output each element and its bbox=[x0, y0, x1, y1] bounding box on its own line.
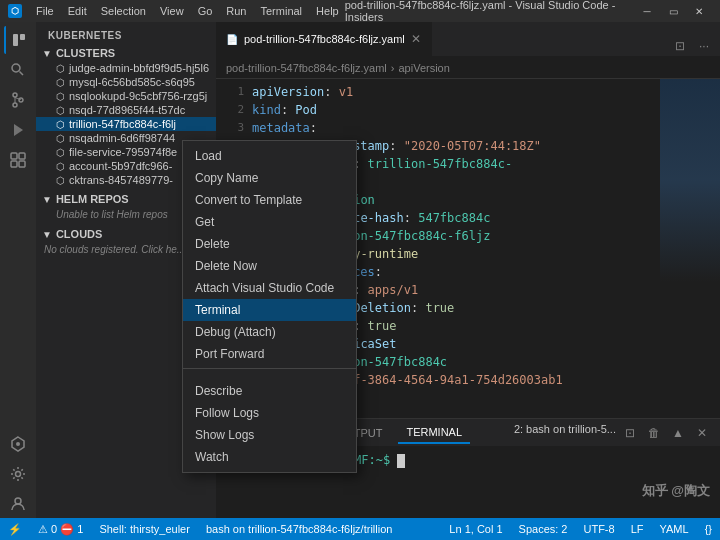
ctx-debug-attach[interactable]: Debug (Attach) bbox=[183, 321, 356, 343]
terminal-label: TERMINAL bbox=[406, 426, 462, 438]
clusters-chevron: ▼ bbox=[42, 48, 52, 59]
status-errors-label: ⚠ 0 ⛔ 1 bbox=[38, 523, 83, 536]
menu-view[interactable]: View bbox=[154, 3, 190, 19]
more-actions-button[interactable]: ··· bbox=[694, 36, 714, 56]
pod-icon-1: ⬡ bbox=[56, 77, 65, 88]
svg-point-4 bbox=[13, 93, 17, 97]
cluster-item-label-3: nsqd-77d8965f44-t57dc bbox=[69, 104, 185, 116]
ctx-describe[interactable] bbox=[183, 372, 356, 380]
cluster-item-2[interactable]: ⬡ nsqlookupd-9c5cbf756-rzg5j bbox=[36, 89, 216, 103]
terminal-kill-button[interactable]: 🗑 bbox=[644, 423, 664, 443]
menu-edit[interactable]: Edit bbox=[62, 3, 93, 19]
ctx-attach-vscode[interactable]: Attach Visual Studio Code bbox=[183, 277, 356, 299]
breadcrumb-file[interactable]: pod-trillion-547fbc884c-f6ljz.yaml bbox=[226, 62, 387, 74]
status-language[interactable]: YAML bbox=[652, 518, 697, 540]
tab-bar: 📄 pod-trillion-547fbc884c-f6ljz.yaml ✕ ⊡… bbox=[216, 22, 720, 57]
menu-help[interactable]: Help bbox=[310, 3, 345, 19]
status-encoding[interactable]: UTF-8 bbox=[575, 518, 622, 540]
svg-line-3 bbox=[20, 72, 24, 76]
panel-close-button[interactable]: ✕ bbox=[692, 423, 712, 443]
svg-point-14 bbox=[16, 472, 21, 477]
breadcrumb-separator: › bbox=[391, 62, 395, 74]
cluster-item-label-1: mysql-6c56bd585c-s6q95 bbox=[69, 76, 195, 88]
editor-tab-active[interactable]: 📄 pod-trillion-547fbc884c-f6ljz.yaml ✕ bbox=[216, 22, 432, 56]
cluster-item-4[interactable]: ⬡ trillion-547fbc884c-f6lj bbox=[36, 117, 216, 131]
minimize-button[interactable]: ─ bbox=[634, 0, 660, 22]
search-icon[interactable] bbox=[4, 56, 32, 84]
ctx-attach-vscode-label: Attach Visual Studio Code bbox=[195, 281, 334, 295]
cluster-item-label-2: nsqlookupd-9c5cbf756-rzg5j bbox=[69, 90, 207, 102]
ctx-watch[interactable]: Show Logs bbox=[183, 424, 356, 446]
ctx-delete[interactable]: Delete bbox=[183, 233, 356, 255]
status-eol[interactable]: LF bbox=[623, 518, 652, 540]
panel-maximize-button[interactable]: ▲ bbox=[668, 423, 688, 443]
vscode-icon: ⬡ bbox=[8, 4, 22, 18]
ctx-load[interactable]: Load bbox=[183, 145, 356, 167]
pod-icon-4: ⬡ bbox=[56, 119, 65, 130]
settings-icon[interactable] bbox=[4, 460, 32, 488]
svg-rect-1 bbox=[20, 34, 25, 40]
panel-actions: 2: bash on trillion-5... ⊡ 🗑 ▲ ✕ bbox=[514, 423, 712, 443]
status-position[interactable]: Ln 1, Col 1 bbox=[441, 518, 510, 540]
minimap-visualization bbox=[660, 79, 720, 418]
panel-tab-terminal[interactable]: TERMINAL bbox=[398, 422, 470, 444]
ctx-delete-label: Delete bbox=[195, 237, 230, 251]
ctx-delete-now-label: Delete Now bbox=[195, 259, 257, 273]
status-bar: ⚡ ⚠ 0 ⛔ 1 Shell: thirsty_euler bash on t… bbox=[0, 518, 720, 540]
ctx-follow-logs-label: Describe bbox=[195, 384, 242, 398]
ctx-follow-logs[interactable]: Describe bbox=[183, 380, 356, 402]
ctx-port-forward[interactable]: Port Forward bbox=[183, 343, 356, 365]
menu-terminal[interactable]: Terminal bbox=[255, 3, 309, 19]
menu-run[interactable]: Run bbox=[220, 3, 252, 19]
ctx-get[interactable]: Get bbox=[183, 211, 356, 233]
cluster-item-0[interactable]: ⬡ judge-admin-bbfd9f9d5-hj5l6 bbox=[36, 61, 216, 75]
status-remote[interactable]: ⚡ bbox=[0, 518, 30, 540]
status-language-label: YAML bbox=[660, 523, 689, 535]
window-title: pod-trillion-547fbc884c-f6ljz.yaml - Vis… bbox=[345, 0, 634, 23]
minimap[interactable] bbox=[660, 79, 720, 418]
remote-icon: ⚡ bbox=[8, 523, 22, 536]
breadcrumb-path[interactable]: apiVersion bbox=[398, 62, 449, 74]
split-editor-button[interactable]: ⊡ bbox=[670, 36, 690, 56]
source-control-icon[interactable] bbox=[4, 86, 32, 114]
title-bar: ⬡ File Edit Selection View Go Run Termin… bbox=[0, 0, 720, 22]
ctx-copy-name[interactable]: Copy Name bbox=[183, 167, 356, 189]
maximize-button[interactable]: ▭ bbox=[660, 0, 686, 22]
tab-actions: ⊡ ··· bbox=[670, 36, 720, 56]
status-bash-label: bash on trillion-547fbc884c-f6ljz/trilli… bbox=[206, 523, 392, 535]
activity-bar bbox=[0, 22, 36, 518]
ctx-convert-template[interactable]: Convert to Template bbox=[183, 189, 356, 211]
status-indent[interactable]: Spaces: 2 bbox=[511, 518, 576, 540]
cluster-item-3[interactable]: ⬡ nsqd-77d8965f44-t57dc bbox=[36, 103, 216, 117]
cluster-item-label-6: file-service-795974f8e bbox=[69, 146, 177, 158]
ctx-terminal[interactable]: Terminal bbox=[183, 299, 356, 321]
tab-close-button[interactable]: ✕ bbox=[411, 32, 421, 46]
helm-chevron: ▼ bbox=[42, 194, 52, 205]
ctx-port-forward-label: Port Forward bbox=[195, 347, 264, 361]
menu-go[interactable]: Go bbox=[192, 3, 219, 19]
ctx-show-logs-label: Follow Logs bbox=[195, 406, 259, 420]
status-encoding-label: UTF-8 bbox=[583, 523, 614, 535]
ctx-stop-watching[interactable]: Watch bbox=[183, 446, 356, 468]
ctx-delete-now[interactable]: Delete Now bbox=[183, 255, 356, 277]
account-icon[interactable] bbox=[4, 490, 32, 518]
run-debug-icon[interactable] bbox=[4, 116, 32, 144]
close-button[interactable]: ✕ bbox=[686, 0, 712, 22]
status-shell[interactable]: Shell: thirsty_euler bbox=[91, 518, 198, 540]
svg-marker-7 bbox=[14, 124, 23, 136]
explorer-icon[interactable] bbox=[4, 26, 32, 54]
terminal-split-button[interactable]: ⊡ bbox=[620, 423, 640, 443]
status-position-label: Ln 1, Col 1 bbox=[449, 523, 502, 535]
pod-icon-7: ⬡ bbox=[56, 161, 65, 172]
extensions-icon[interactable] bbox=[4, 146, 32, 174]
clusters-section-header[interactable]: ▼ CLUSTERS bbox=[36, 45, 216, 61]
ctx-show-logs[interactable]: Follow Logs bbox=[183, 402, 356, 424]
status-bash[interactable]: bash on trillion-547fbc884c-f6ljz/trilli… bbox=[198, 518, 400, 540]
cluster-item-1[interactable]: ⬡ mysql-6c56bd585c-s6q95 bbox=[36, 75, 216, 89]
kubernetes-icon[interactable] bbox=[4, 430, 32, 458]
status-format[interactable]: {} bbox=[697, 518, 720, 540]
menu-file[interactable]: File bbox=[30, 3, 60, 19]
status-errors[interactable]: ⚠ 0 ⛔ 1 bbox=[30, 518, 91, 540]
status-indent-label: Spaces: 2 bbox=[519, 523, 568, 535]
menu-selection[interactable]: Selection bbox=[95, 3, 152, 19]
